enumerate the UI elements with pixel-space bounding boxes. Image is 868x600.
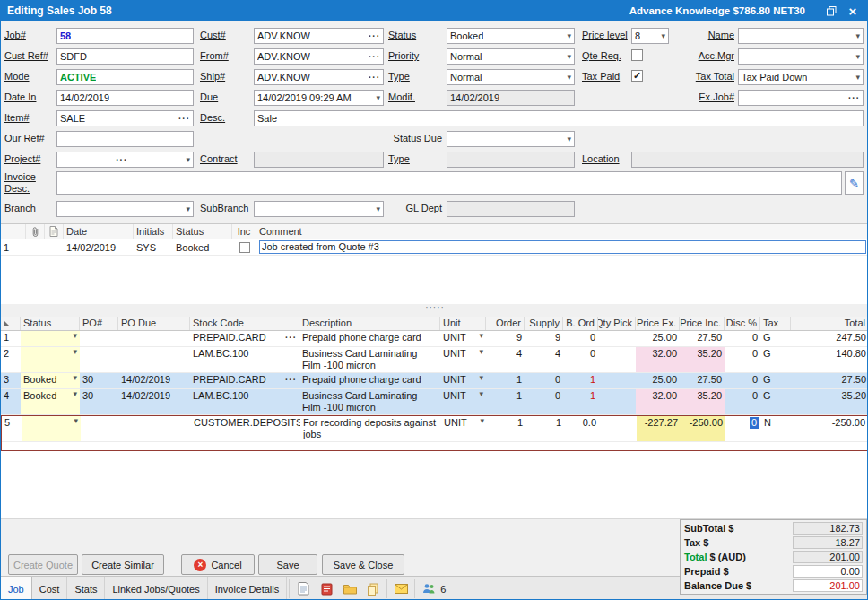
ellipsis-icon[interactable]: ··· [285, 332, 297, 343]
tax-cell[interactable]: G [760, 389, 791, 414]
name-label[interactable]: Name [675, 30, 734, 41]
prepaid-value[interactable]: 0.00 [793, 565, 863, 578]
document-icon[interactable] [291, 577, 315, 600]
disc-column-header[interactable]: Disc % [725, 317, 760, 330]
bord-cell[interactable]: 0 [563, 331, 598, 346]
po-due-cell[interactable]: 14/02/2019 [118, 389, 190, 414]
unit-cell[interactable]: UNIT▾ [440, 331, 486, 346]
item-row-4[interactable]: 4 Booked▾ 30 14/02/2019 LAM.BC.100 Busin… [1, 389, 868, 415]
bord-cell[interactable]: 0 [563, 347, 598, 372]
project-combo[interactable]: ···▾ [56, 152, 194, 168]
dropdown-arrow-icon[interactable]: ▾ [70, 374, 77, 382]
total-cell[interactable]: 140.80 [791, 347, 868, 372]
tab-invoice-details[interactable]: Invoice Details [208, 577, 288, 600]
copy-icon[interactable] [361, 577, 385, 600]
stock-code-cell[interactable]: LAM.BC.100 [190, 389, 299, 414]
tax-paid-checkbox[interactable]: ✓ [631, 70, 643, 82]
item-row-3[interactable]: 3 Booked▾ 30 14/02/2019 PREPAID.CARD··· … [1, 373, 868, 389]
name-combo[interactable]: ▾ [738, 28, 864, 44]
date-in-field[interactable]: 14/02/2019 [56, 90, 194, 106]
dropdown-arrow-icon[interactable]: ▾ [70, 390, 77, 398]
due-combo[interactable]: 14/02/2019 09:29 AM▾ [254, 90, 384, 106]
tab-stats[interactable]: Stats [67, 577, 105, 600]
description-cell[interactable]: Prepaid phone charge card [299, 331, 440, 346]
price-inc-cell[interactable]: 27.50 [680, 373, 725, 388]
po-column-header[interactable]: PO# [80, 317, 118, 330]
price-inc-column-header[interactable]: Price Inc. [680, 317, 725, 330]
price-inc-cell[interactable]: -250.00 [681, 416, 725, 441]
cust-ref-field[interactable]: SDFD [56, 48, 194, 65]
ex-job-label[interactable]: Ex.Job# [675, 91, 734, 103]
price-ex-cell[interactable]: 32.00 [636, 389, 680, 414]
stock-code-cell[interactable]: LAM.BC.100 [190, 347, 299, 372]
our-ref-label[interactable]: Our Ref# [4, 133, 45, 144]
order-cell[interactable]: 1 [486, 373, 525, 388]
status-column-header[interactable]: Status [21, 317, 80, 330]
type-combo[interactable]: Normal▾ [447, 69, 575, 85]
comments-date-header[interactable]: Date [64, 224, 134, 239]
description-cell[interactable]: Business Card Laminating Film -100 micro… [299, 389, 440, 414]
dropdown-arrow-icon[interactable]: ▾ [476, 348, 483, 356]
comments-status-header[interactable]: Status [173, 224, 232, 239]
dropdown-arrow-icon[interactable]: ▾ [853, 53, 860, 61]
item-row-5[interactable]: 5 ▾ CUSTOMER.DEPOSITS··· For recording d… [2, 416, 868, 442]
disc-cell[interactable]: 0 [725, 373, 760, 388]
mode-field[interactable]: ACTIVE [56, 69, 194, 85]
row-number[interactable]: 4 [1, 389, 21, 414]
paperclip-icon[interactable] [26, 224, 45, 239]
acc-mgr-combo[interactable]: ▾ [738, 48, 864, 65]
comment-status-cell[interactable]: Booked [173, 239, 232, 255]
email-icon[interactable] [389, 577, 412, 600]
tax-total-combo[interactable]: Tax Paid Down▾ [738, 69, 864, 85]
description-cell[interactable]: For recording deposits against jobs [300, 416, 441, 441]
dropdown-arrow-icon[interactable]: ▾ [564, 74, 571, 82]
tab-linked-jobs-quotes[interactable]: Linked Jobs/Quotes [105, 577, 207, 600]
item-field[interactable]: SALE··· [56, 110, 194, 126]
ex-job-field[interactable]: ··· [738, 90, 864, 106]
tab-cost[interactable]: Cost [32, 577, 68, 600]
row-number[interactable]: 2 [1, 347, 21, 372]
from-field[interactable]: ADV.KNOW··· [254, 48, 384, 65]
po-due-column-header[interactable]: PO Due [118, 317, 190, 330]
mode-label[interactable]: Mode [4, 71, 30, 83]
qty-pick-cell[interactable] [598, 331, 636, 346]
supply-cell[interactable]: 9 [525, 331, 563, 346]
unit-cell[interactable]: UNIT▾ [440, 347, 486, 372]
dropdown-arrow-icon[interactable]: ▾ [373, 94, 380, 102]
ellipsis-icon[interactable]: ··· [285, 374, 297, 386]
users-icon[interactable] [417, 577, 440, 600]
due-label[interactable]: Due [200, 91, 218, 103]
qty-pick-cell[interactable] [599, 416, 637, 441]
subbranch-label[interactable]: SubBranch [200, 203, 248, 214]
branch-combo[interactable]: ▾ [56, 201, 194, 217]
order-column-header[interactable]: Order [486, 317, 525, 330]
cust-field[interactable]: ADV.KNOW··· [254, 28, 384, 44]
qty-pick-cell[interactable] [598, 389, 636, 414]
dropdown-arrow-icon[interactable]: ▾ [476, 374, 483, 382]
dropdown-arrow-icon[interactable]: ▾ [564, 135, 571, 143]
bord-cell[interactable]: 1 [563, 389, 598, 414]
total-cell[interactable]: 247.50 [791, 331, 868, 346]
invoice-desc-label[interactable]: Invoice Desc. [4, 171, 53, 195]
dropdown-arrow-icon[interactable]: ▾ [183, 205, 190, 213]
dropdown-arrow-icon[interactable]: ▾ [564, 53, 571, 61]
item-label[interactable]: Item# [4, 112, 30, 124]
note-icon[interactable] [45, 224, 64, 239]
row-number[interactable]: 5 [2, 416, 22, 441]
dropdown-arrow-icon[interactable]: ▾ [183, 156, 190, 164]
stock-code-cell[interactable]: CUSTOMER.DEPOSITS··· [191, 416, 300, 441]
contract-type-label[interactable]: Type [388, 153, 410, 165]
tasks-icon[interactable] [315, 577, 338, 600]
status-label[interactable]: Status [388, 30, 416, 41]
comment-text-cell[interactable]: Job created from Quote #3 [256, 239, 868, 255]
item-row-2[interactable]: 2 ▾ LAM.BC.100 Business Card Laminating … [1, 347, 868, 373]
ellipsis-icon[interactable]: ··· [369, 31, 380, 41]
disc-cell[interactable]: 0 [725, 389, 760, 414]
qte-req-checkbox[interactable] [631, 49, 643, 61]
dropdown-arrow-icon[interactable]: ▾ [853, 74, 860, 82]
row-number[interactable]: 1 [1, 331, 21, 346]
comment-date-cell[interactable]: 14/02/2019 [64, 239, 134, 255]
description-column-header[interactable]: Description [299, 317, 440, 330]
tab-job[interactable]: Job [1, 577, 32, 600]
po-cell[interactable] [80, 347, 118, 372]
